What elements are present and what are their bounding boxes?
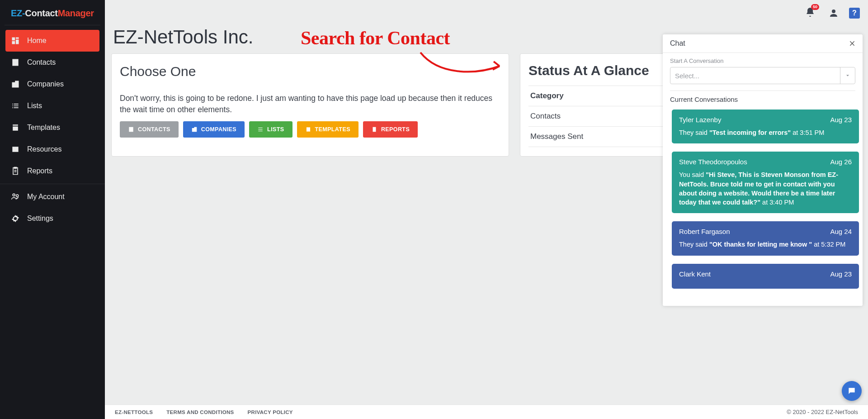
notification-badge: 50 (811, 4, 819, 10)
chat-start-section: Start A Conversation Select... (663, 53, 863, 84)
conversation-date: Aug 23 (830, 270, 852, 278)
sidebar-item-label: Lists (27, 102, 42, 110)
chat-icon (847, 386, 856, 395)
templates-button[interactable]: TEMPLATES (297, 121, 359, 138)
templates-icon (11, 123, 20, 132)
conversation-name: Tyler Lazenby (679, 116, 721, 124)
current-conversations-label: Current Conversations (663, 95, 863, 107)
start-conversation-label: Start A Conversation (670, 57, 855, 64)
sidebar-item-resources[interactable]: Resources (5, 138, 99, 160)
button-label: LISTS (267, 126, 284, 133)
button-label: TEMPLATES (315, 126, 350, 133)
chat-divider (670, 90, 855, 91)
footer-link[interactable]: TERMS AND CONDITIONS (166, 409, 234, 415)
sidebar-item-reports[interactable]: Reports (5, 160, 99, 182)
conversation-name: Clark Kent (679, 270, 711, 278)
reports-icon (11, 167, 20, 176)
lists-icon (11, 101, 20, 110)
close-icon (849, 40, 855, 47)
dashboard-icon (11, 36, 20, 45)
sidebar-item-settings[interactable]: Settings (5, 208, 99, 229)
conversation-preview: You said "Hi Steve, This is Steven Monso… (679, 170, 852, 207)
conversation-item[interactable]: Clark KentAug 23 (672, 264, 859, 289)
chat-header: Chat (663, 34, 863, 53)
sidebar-item-label: My Account (27, 193, 65, 201)
footer: EZ-NETTOOLS TERMS AND CONDITIONS PRIVACY… (105, 405, 868, 419)
button-label: COMPANIES (201, 126, 236, 133)
sidebar-item-lists[interactable]: Lists (5, 95, 99, 117)
sidebar-item-templates[interactable]: Templates (5, 117, 99, 138)
resources-icon (11, 145, 20, 154)
topbar: 50 ? (105, 0, 868, 26)
brand-ez: EZ- (11, 8, 25, 18)
chat-close-button[interactable] (849, 39, 855, 48)
reports-icon (371, 126, 377, 133)
conversation-name: Robert Fargason (679, 228, 730, 235)
account-icon (11, 192, 20, 201)
disclaimer-text: Don't worry, this is going to be redone.… (120, 93, 500, 115)
conversation-item[interactable]: Steve TheodoropoulosAug 26 You said "Hi … (672, 152, 859, 213)
contacts-icon (128, 126, 134, 133)
lists-icon (257, 126, 264, 133)
sidebar-item-label: Home (27, 37, 47, 45)
annotation-label: Search for Contact (301, 27, 450, 49)
sidebar-item-label: Reports (27, 167, 52, 175)
chat-title: Chat (670, 39, 685, 48)
chat-panel: Chat Start A Conversation Select... Curr… (663, 34, 863, 306)
chat-fab[interactable] (842, 381, 862, 401)
nav-separator (0, 184, 105, 184)
button-label: REPORTS (381, 126, 410, 133)
footer-link[interactable]: PRIVACY POLICY (248, 409, 293, 415)
brand-manager: Manager (58, 8, 94, 18)
sidebar: EZ-ContactManager Home Contacts Companie… (0, 0, 105, 419)
conversations-scroll[interactable]: Tyler LazenbyAug 23 They said "Test inco… (663, 107, 863, 306)
footer-copyright: © 2020 - 2022 EZ-NetTools (787, 409, 858, 415)
sidebar-item-label: Resources (27, 145, 61, 153)
sidebar-item-label: Companies (27, 80, 64, 88)
sidebar-item-companies[interactable]: Companies (5, 73, 99, 95)
gear-icon (11, 214, 20, 223)
sidebar-item-label: Contacts (27, 58, 56, 67)
conversation-preview: They said "Test incoming for errors" at … (679, 128, 852, 137)
sidebar-item-myaccount[interactable]: My Account (5, 186, 99, 208)
templates-icon (305, 126, 311, 133)
notifications-button[interactable]: 50 (805, 7, 816, 19)
contact-select[interactable]: Select... (670, 67, 855, 84)
brand-logo[interactable]: EZ-ContactManager (5, 0, 100, 25)
conversation-item[interactable]: Tyler LazenbyAug 23 They said "Test inco… (672, 110, 859, 143)
select-placeholder: Select... (675, 72, 699, 80)
sidebar-item-label: Settings (27, 214, 53, 223)
button-row: CONTACTS COMPANIES LISTS TEMPLATES REPOR… (120, 121, 500, 138)
companies-icon (11, 80, 20, 89)
conversation-preview: They said "OK thanks for letting me know… (679, 240, 852, 249)
footer-links: EZ-NETTOOLS TERMS AND CONDITIONS PRIVACY… (115, 409, 293, 415)
brand-contact: Contact (25, 8, 57, 18)
nav: Home Contacts Companies Lists Templates … (0, 25, 105, 229)
companies-button[interactable]: COMPANIES (183, 121, 245, 138)
conversation-date: Aug 26 (830, 158, 852, 166)
conversation-date: Aug 23 (830, 116, 852, 124)
chevron-down-icon (840, 67, 850, 84)
contacts-button[interactable]: CONTACTS (120, 121, 179, 138)
reports-button[interactable]: REPORTS (363, 121, 418, 138)
annotation-arrow-icon (416, 48, 506, 80)
conversation-item[interactable]: Robert FargasonAug 24 They said "OK than… (672, 221, 859, 255)
button-label: CONTACTS (138, 126, 170, 133)
help-button[interactable]: ? (849, 8, 860, 19)
footer-link[interactable]: EZ-NETTOOLS (115, 409, 153, 415)
sidebar-item-home[interactable]: Home (5, 30, 99, 52)
conversation-date: Aug 24 (830, 228, 852, 235)
conversation-name: Steve Theodoropoulos (679, 158, 747, 166)
lists-button[interactable]: LISTS (249, 121, 292, 138)
user-icon[interactable] (828, 8, 839, 19)
sidebar-item-label: Templates (27, 124, 60, 132)
companies-icon (191, 126, 198, 133)
contacts-icon (11, 58, 20, 67)
sidebar-item-contacts[interactable]: Contacts (5, 52, 99, 73)
